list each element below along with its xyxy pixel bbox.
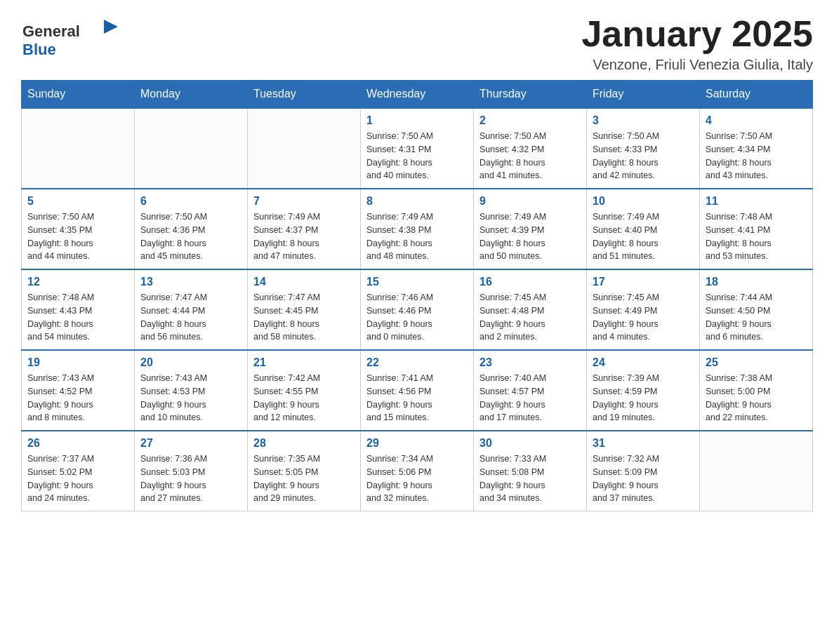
weekday-header-wednesday: Wednesday [361, 81, 474, 109]
day-number: 5 [27, 195, 128, 208]
day-number: 15 [366, 276, 468, 288]
calendar-cell [22, 108, 135, 189]
calendar-cell: 14Sunrise: 7:47 AMSunset: 4:45 PMDayligh… [248, 269, 361, 350]
day-info: Sunrise: 7:36 AMSunset: 5:03 PMDaylight:… [140, 452, 241, 505]
day-info: Sunrise: 7:50 AMSunset: 4:34 PMDaylight:… [706, 130, 807, 182]
weekday-header-saturday: Saturday [700, 81, 813, 109]
day-info: Sunrise: 7:50 AMSunset: 4:36 PMDaylight:… [140, 210, 241, 263]
day-info: Sunrise: 7:32 AMSunset: 5:09 PMDaylight:… [593, 452, 694, 505]
day-number: 12 [27, 276, 128, 288]
day-info: Sunrise: 7:48 AMSunset: 4:41 PMDaylight:… [706, 210, 807, 263]
day-number: 17 [593, 276, 694, 288]
day-info: Sunrise: 7:34 AMSunset: 5:06 PMDaylight:… [366, 452, 468, 505]
calendar-table: SundayMondayTuesdayWednesdayThursdayFrid… [21, 80, 813, 511]
calendar-cell: 3Sunrise: 7:50 AMSunset: 4:33 PMDaylight… [587, 108, 700, 189]
calendar-cell: 21Sunrise: 7:42 AMSunset: 4:55 PMDayligh… [248, 350, 361, 431]
day-number: 3 [593, 114, 694, 127]
week-row-2: 5Sunrise: 7:50 AMSunset: 4:35 PMDaylight… [22, 189, 813, 269]
day-number: 27 [140, 437, 241, 450]
weekday-header-thursday: Thursday [474, 81, 587, 109]
day-info: Sunrise: 7:42 AMSunset: 4:55 PMDaylight:… [253, 372, 355, 424]
day-number: 23 [479, 356, 581, 369]
day-number: 6 [140, 195, 241, 208]
day-number: 30 [479, 437, 581, 450]
svg-text:General: General [22, 22, 80, 40]
day-number: 16 [479, 276, 581, 288]
calendar-cell: 16Sunrise: 7:45 AMSunset: 4:48 PMDayligh… [474, 269, 587, 350]
calendar-cell: 31Sunrise: 7:32 AMSunset: 5:09 PMDayligh… [587, 431, 700, 511]
day-info: Sunrise: 7:49 AMSunset: 4:40 PMDaylight:… [593, 210, 694, 263]
week-row-1: 1Sunrise: 7:50 AMSunset: 4:31 PMDaylight… [22, 108, 813, 189]
day-number: 10 [593, 195, 694, 208]
weekday-header-friday: Friday [587, 81, 700, 109]
day-number: 28 [253, 437, 355, 450]
day-number: 11 [706, 195, 807, 208]
day-info: Sunrise: 7:44 AMSunset: 4:50 PMDaylight:… [706, 291, 807, 344]
calendar-cell: 10Sunrise: 7:49 AMSunset: 4:40 PMDayligh… [587, 189, 700, 269]
day-number: 2 [479, 114, 581, 127]
day-number: 8 [366, 195, 468, 208]
calendar-cell: 19Sunrise: 7:43 AMSunset: 4:52 PMDayligh… [22, 350, 135, 431]
logo-svg: General Blue [21, 14, 119, 65]
day-number: 22 [366, 356, 468, 369]
svg-marker-1 [104, 20, 118, 34]
day-number: 31 [593, 437, 694, 450]
weekday-header-row: SundayMondayTuesdayWednesdayThursdayFrid… [22, 81, 813, 109]
day-number: 9 [479, 195, 581, 208]
calendar-cell: 24Sunrise: 7:39 AMSunset: 4:59 PMDayligh… [587, 350, 700, 431]
location: Venzone, Friuli Venezia Giulia, Italy [581, 57, 813, 73]
calendar-cell: 26Sunrise: 7:37 AMSunset: 5:02 PMDayligh… [22, 431, 135, 511]
page-header: General Blue January 2025 Venzone, Friul… [21, 14, 813, 73]
day-info: Sunrise: 7:41 AMSunset: 4:56 PMDaylight:… [366, 372, 468, 424]
calendar-cell: 9Sunrise: 7:49 AMSunset: 4:39 PMDaylight… [474, 189, 587, 269]
day-info: Sunrise: 7:50 AMSunset: 4:32 PMDaylight:… [479, 130, 581, 182]
calendar-cell: 12Sunrise: 7:48 AMSunset: 4:43 PMDayligh… [22, 269, 135, 350]
day-number: 13 [140, 276, 241, 288]
day-info: Sunrise: 7:49 AMSunset: 4:38 PMDaylight:… [366, 210, 468, 263]
day-info: Sunrise: 7:43 AMSunset: 4:52 PMDaylight:… [27, 372, 128, 424]
weekday-header-tuesday: Tuesday [248, 81, 361, 109]
calendar-cell: 13Sunrise: 7:47 AMSunset: 4:44 PMDayligh… [135, 269, 248, 350]
day-info: Sunrise: 7:47 AMSunset: 4:45 PMDaylight:… [253, 291, 355, 344]
calendar-cell: 11Sunrise: 7:48 AMSunset: 4:41 PMDayligh… [700, 189, 813, 269]
day-number: 25 [706, 356, 807, 369]
calendar-cell [248, 108, 361, 189]
calendar-cell: 18Sunrise: 7:44 AMSunset: 4:50 PMDayligh… [700, 269, 813, 350]
day-info: Sunrise: 7:38 AMSunset: 5:00 PMDaylight:… [706, 372, 807, 424]
day-number: 24 [593, 356, 694, 369]
day-number: 21 [253, 356, 355, 369]
weekday-header-monday: Monday [135, 81, 248, 109]
day-number: 19 [27, 356, 128, 369]
calendar-cell [700, 431, 813, 511]
day-info: Sunrise: 7:46 AMSunset: 4:46 PMDaylight:… [366, 291, 468, 344]
day-info: Sunrise: 7:49 AMSunset: 4:39 PMDaylight:… [479, 210, 581, 263]
day-info: Sunrise: 7:39 AMSunset: 4:59 PMDaylight:… [593, 372, 694, 424]
day-info: Sunrise: 7:50 AMSunset: 4:35 PMDaylight:… [27, 210, 128, 263]
calendar-cell: 6Sunrise: 7:50 AMSunset: 4:36 PMDaylight… [135, 189, 248, 269]
logo: General Blue [21, 14, 119, 65]
week-row-4: 19Sunrise: 7:43 AMSunset: 4:52 PMDayligh… [22, 350, 813, 431]
day-info: Sunrise: 7:35 AMSunset: 5:05 PMDaylight:… [253, 452, 355, 505]
day-number: 29 [366, 437, 468, 450]
day-info: Sunrise: 7:37 AMSunset: 5:02 PMDaylight:… [27, 452, 128, 505]
day-info: Sunrise: 7:50 AMSunset: 4:31 PMDaylight:… [366, 130, 468, 182]
day-number: 20 [140, 356, 241, 369]
calendar-cell: 8Sunrise: 7:49 AMSunset: 4:38 PMDaylight… [361, 189, 474, 269]
day-info: Sunrise: 7:50 AMSunset: 4:33 PMDaylight:… [593, 130, 694, 182]
calendar-cell: 2Sunrise: 7:50 AMSunset: 4:32 PMDaylight… [474, 108, 587, 189]
day-number: 1 [366, 114, 468, 127]
title-area: January 2025 Venzone, Friuli Venezia Giu… [581, 14, 813, 73]
day-info: Sunrise: 7:40 AMSunset: 4:57 PMDaylight:… [479, 372, 581, 424]
calendar-cell: 1Sunrise: 7:50 AMSunset: 4:31 PMDaylight… [361, 108, 474, 189]
day-info: Sunrise: 7:43 AMSunset: 4:53 PMDaylight:… [140, 372, 241, 424]
calendar-cell: 30Sunrise: 7:33 AMSunset: 5:08 PMDayligh… [474, 431, 587, 511]
svg-text:Blue: Blue [22, 41, 56, 58]
calendar-cell: 4Sunrise: 7:50 AMSunset: 4:34 PMDaylight… [700, 108, 813, 189]
calendar-cell [135, 108, 248, 189]
calendar-cell: 20Sunrise: 7:43 AMSunset: 4:53 PMDayligh… [135, 350, 248, 431]
week-row-5: 26Sunrise: 7:37 AMSunset: 5:02 PMDayligh… [22, 431, 813, 511]
day-info: Sunrise: 7:49 AMSunset: 4:37 PMDaylight:… [253, 210, 355, 263]
calendar-cell: 23Sunrise: 7:40 AMSunset: 4:57 PMDayligh… [474, 350, 587, 431]
calendar-cell: 22Sunrise: 7:41 AMSunset: 4:56 PMDayligh… [361, 350, 474, 431]
weekday-header-sunday: Sunday [22, 81, 135, 109]
